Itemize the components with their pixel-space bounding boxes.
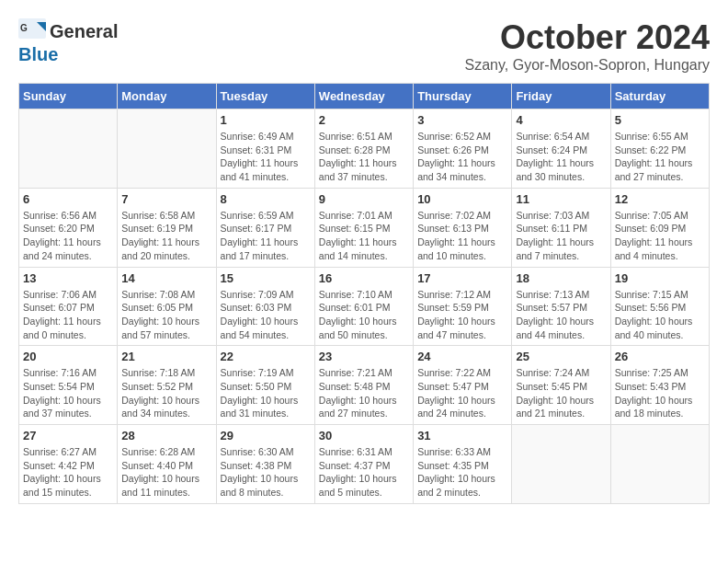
day-detail: Sunrise: 7:06 AMSunset: 6:07 PMDaylight:… bbox=[23, 288, 113, 342]
table-row: 1Sunrise: 6:49 AMSunset: 6:31 PMDaylight… bbox=[216, 109, 314, 189]
table-row: 31Sunrise: 6:33 AMSunset: 4:35 PMDayligh… bbox=[414, 425, 512, 504]
table-row bbox=[19, 109, 118, 189]
table-row: 11Sunrise: 7:03 AMSunset: 6:11 PMDayligh… bbox=[512, 188, 610, 267]
day-number: 30 bbox=[319, 429, 409, 442]
day-detail: Sunrise: 6:31 AMSunset: 4:37 PMDaylight:… bbox=[319, 445, 409, 500]
day-number: 21 bbox=[121, 350, 211, 363]
table-row: 28Sunrise: 6:28 AMSunset: 4:40 PMDayligh… bbox=[118, 425, 216, 504]
table-row: 15Sunrise: 7:09 AMSunset: 6:03 PMDayligh… bbox=[216, 267, 314, 346]
day-number: 10 bbox=[417, 192, 507, 206]
table-row: 24Sunrise: 7:22 AMSunset: 5:47 PMDayligh… bbox=[414, 346, 512, 425]
table-row: 18Sunrise: 7:13 AMSunset: 5:57 PMDayligh… bbox=[512, 267, 610, 346]
day-number: 29 bbox=[221, 429, 311, 442]
table-row: 23Sunrise: 7:21 AMSunset: 5:48 PMDayligh… bbox=[314, 346, 413, 425]
day-detail: Sunrise: 7:13 AMSunset: 5:57 PMDaylight:… bbox=[516, 288, 606, 342]
day-detail: Sunrise: 7:24 AMSunset: 5:45 PMDaylight:… bbox=[516, 366, 606, 420]
header-saturday: Saturday bbox=[610, 84, 709, 109]
header-friday: Friday bbox=[512, 84, 610, 109]
week-row-3: 13Sunrise: 7:06 AMSunset: 6:07 PMDayligh… bbox=[19, 267, 710, 346]
table-row: 9Sunrise: 7:01 AMSunset: 6:15 PMDaylight… bbox=[314, 188, 413, 267]
logo-icon: G bbox=[18, 18, 50, 44]
table-row: 29Sunrise: 6:30 AMSunset: 4:38 PMDayligh… bbox=[216, 425, 314, 504]
logo-general-text: General bbox=[50, 21, 118, 42]
svg-text:G: G bbox=[20, 23, 28, 33]
table-row: 6Sunrise: 6:56 AMSunset: 6:20 PMDaylight… bbox=[19, 188, 118, 267]
day-number: 4 bbox=[516, 113, 606, 127]
table-row: 3Sunrise: 6:52 AMSunset: 6:26 PMDaylight… bbox=[414, 109, 512, 189]
day-number: 7 bbox=[121, 192, 211, 206]
day-detail: Sunrise: 6:49 AMSunset: 6:31 PMDaylight:… bbox=[221, 130, 311, 184]
table-row: 10Sunrise: 7:02 AMSunset: 6:13 PMDayligh… bbox=[414, 188, 512, 267]
table-row: 21Sunrise: 7:18 AMSunset: 5:52 PMDayligh… bbox=[118, 346, 216, 425]
day-number: 12 bbox=[615, 192, 705, 206]
day-detail: Sunrise: 6:55 AMSunset: 6:22 PMDaylight:… bbox=[615, 130, 705, 184]
table-row: 19Sunrise: 7:15 AMSunset: 5:56 PMDayligh… bbox=[610, 267, 709, 346]
header-sunday: Sunday bbox=[19, 84, 118, 109]
day-number: 24 bbox=[417, 350, 507, 363]
day-number: 17 bbox=[417, 271, 507, 285]
day-detail: Sunrise: 7:03 AMSunset: 6:11 PMDaylight:… bbox=[516, 209, 606, 263]
table-row bbox=[512, 425, 610, 504]
logo-blue-text: Blue bbox=[18, 44, 58, 65]
day-detail: Sunrise: 6:58 AMSunset: 6:19 PMDaylight:… bbox=[121, 209, 211, 263]
month-title: October 2024 bbox=[465, 18, 710, 57]
week-row-1: 1Sunrise: 6:49 AMSunset: 6:31 PMDaylight… bbox=[19, 109, 710, 189]
day-detail: Sunrise: 6:28 AMSunset: 4:40 PMDaylight:… bbox=[121, 445, 211, 500]
calendar-table: Sunday Monday Tuesday Wednesday Thursday… bbox=[18, 83, 710, 504]
day-number: 13 bbox=[23, 271, 113, 285]
table-row: 26Sunrise: 7:25 AMSunset: 5:43 PMDayligh… bbox=[610, 346, 709, 425]
day-number: 2 bbox=[319, 113, 409, 127]
table-row: 27Sunrise: 6:27 AMSunset: 4:42 PMDayligh… bbox=[19, 425, 118, 504]
day-number: 26 bbox=[615, 350, 705, 363]
day-number: 27 bbox=[23, 429, 113, 442]
day-number: 16 bbox=[319, 271, 409, 285]
day-detail: Sunrise: 6:54 AMSunset: 6:24 PMDaylight:… bbox=[516, 130, 606, 184]
day-number: 6 bbox=[23, 192, 113, 206]
week-row-5: 27Sunrise: 6:27 AMSunset: 4:42 PMDayligh… bbox=[19, 425, 710, 504]
day-number: 11 bbox=[516, 192, 606, 206]
day-detail: Sunrise: 6:30 AMSunset: 4:38 PMDaylight:… bbox=[221, 445, 311, 500]
table-row: 8Sunrise: 6:59 AMSunset: 6:17 PMDaylight… bbox=[216, 188, 314, 267]
day-detail: Sunrise: 7:12 AMSunset: 5:59 PMDaylight:… bbox=[417, 288, 507, 342]
day-detail: Sunrise: 7:01 AMSunset: 6:15 PMDaylight:… bbox=[319, 209, 409, 263]
day-detail: Sunrise: 7:22 AMSunset: 5:47 PMDaylight:… bbox=[417, 366, 507, 420]
day-detail: Sunrise: 7:10 AMSunset: 6:01 PMDaylight:… bbox=[319, 288, 409, 342]
day-detail: Sunrise: 6:52 AMSunset: 6:26 PMDaylight:… bbox=[417, 130, 507, 184]
table-row: 25Sunrise: 7:24 AMSunset: 5:45 PMDayligh… bbox=[512, 346, 610, 425]
header-monday: Monday bbox=[118, 84, 216, 109]
table-row: 22Sunrise: 7:19 AMSunset: 5:50 PMDayligh… bbox=[216, 346, 314, 425]
table-row: 13Sunrise: 7:06 AMSunset: 6:07 PMDayligh… bbox=[19, 267, 118, 346]
day-number: 22 bbox=[221, 350, 311, 363]
table-row: 17Sunrise: 7:12 AMSunset: 5:59 PMDayligh… bbox=[414, 267, 512, 346]
day-detail: Sunrise: 7:19 AMSunset: 5:50 PMDaylight:… bbox=[221, 366, 311, 420]
day-detail: Sunrise: 6:51 AMSunset: 6:28 PMDaylight:… bbox=[319, 130, 409, 184]
day-detail: Sunrise: 7:18 AMSunset: 5:52 PMDaylight:… bbox=[121, 366, 211, 420]
day-number: 25 bbox=[516, 350, 606, 363]
day-number: 8 bbox=[221, 192, 311, 206]
day-detail: Sunrise: 7:21 AMSunset: 5:48 PMDaylight:… bbox=[319, 366, 409, 420]
day-detail: Sunrise: 7:15 AMSunset: 5:56 PMDaylight:… bbox=[615, 288, 705, 342]
header: G General Blue October 2024 Szany, Gyor-… bbox=[18, 18, 710, 74]
day-number: 28 bbox=[121, 429, 211, 442]
day-number: 15 bbox=[221, 271, 311, 285]
header-tuesday: Tuesday bbox=[216, 84, 314, 109]
location-text: Szany, Gyor-Moson-Sopron, Hungary bbox=[465, 57, 710, 74]
day-detail: Sunrise: 7:08 AMSunset: 6:05 PMDaylight:… bbox=[121, 288, 211, 342]
day-number: 31 bbox=[417, 429, 507, 442]
title-area: October 2024 Szany, Gyor-Moson-Sopron, H… bbox=[465, 18, 710, 74]
day-number: 3 bbox=[417, 113, 507, 127]
day-detail: Sunrise: 6:33 AMSunset: 4:35 PMDaylight:… bbox=[417, 445, 507, 500]
day-number: 14 bbox=[121, 271, 211, 285]
table-row: 7Sunrise: 6:58 AMSunset: 6:19 PMDaylight… bbox=[118, 188, 216, 267]
week-row-2: 6Sunrise: 6:56 AMSunset: 6:20 PMDaylight… bbox=[19, 188, 710, 267]
day-detail: Sunrise: 7:25 AMSunset: 5:43 PMDaylight:… bbox=[615, 366, 705, 420]
header-wednesday: Wednesday bbox=[314, 84, 413, 109]
day-detail: Sunrise: 7:05 AMSunset: 6:09 PMDaylight:… bbox=[615, 209, 705, 263]
table-row: 14Sunrise: 7:08 AMSunset: 6:05 PMDayligh… bbox=[118, 267, 216, 346]
day-number: 9 bbox=[319, 192, 409, 206]
day-detail: Sunrise: 6:56 AMSunset: 6:20 PMDaylight:… bbox=[23, 209, 113, 263]
table-row: 12Sunrise: 7:05 AMSunset: 6:09 PMDayligh… bbox=[610, 188, 709, 267]
day-detail: Sunrise: 7:02 AMSunset: 6:13 PMDaylight:… bbox=[417, 209, 507, 263]
day-detail: Sunrise: 6:59 AMSunset: 6:17 PMDaylight:… bbox=[221, 209, 311, 263]
logo: G General Blue bbox=[18, 18, 118, 65]
